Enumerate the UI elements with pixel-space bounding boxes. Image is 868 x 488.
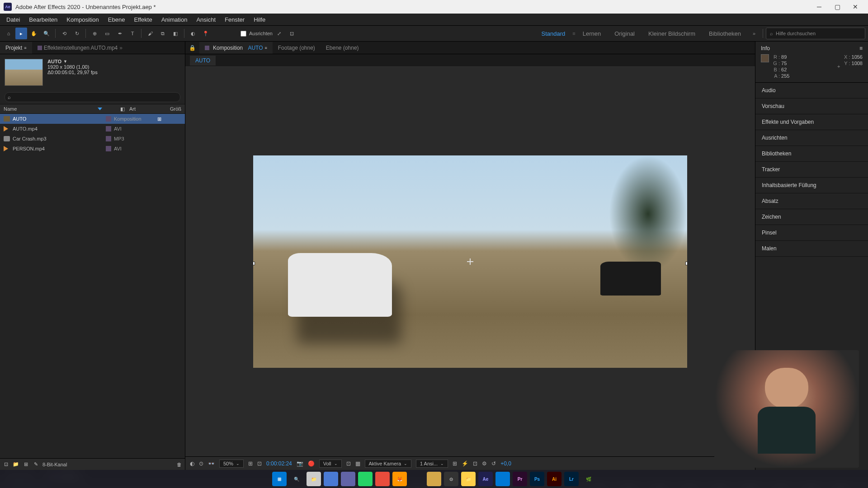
label-color[interactable] [106,126,111,131]
menu-fenster[interactable]: Fenster [220,14,249,25]
channel-icon[interactable]: 🔴 [308,460,315,467]
taskbar-start[interactable]: ⊞ [272,472,287,486]
panel-absatz[interactable]: Absatz [755,193,868,209]
col-label-icon[interactable]: ◧ [120,106,129,112]
tab-composition[interactable]: Komposition AUTO ≡ [199,42,273,54]
col-type[interactable]: Art [129,106,170,112]
panel-ausrichten[interactable]: Ausrichten [755,130,868,146]
alpha2-icon[interactable]: ⊙ [199,460,203,467]
taskbar-app[interactable] [375,472,390,486]
menu-ansicht[interactable]: Ansicht [192,14,220,25]
taskbar-premiere[interactable]: Pr [513,472,527,486]
project-item[interactable]: Car Crash.mp3 MP3 [0,134,185,144]
project-columns-header[interactable]: Name ◧ Art Größ [0,104,185,114]
maximize-button[interactable]: ▢ [828,0,846,14]
eraser-tool[interactable]: ◧ [170,28,181,39]
guides-icon[interactable]: ⊡ [257,460,262,467]
label-color[interactable] [106,146,111,151]
label-color[interactable] [106,116,111,122]
hand-tool[interactable]: ✋ [28,28,40,39]
comp-flowchart-icon[interactable]: ⊞ [157,116,161,122]
roi-icon[interactable]: ⊡ [346,460,351,467]
workspace-lernen[interactable]: Lernen [576,30,607,37]
taskbar-photoshop[interactable]: Ps [530,472,544,486]
panel-malen[interactable]: Malen [755,241,868,257]
viewer-timecode[interactable]: 0:00:02:24 [266,460,292,467]
panel-vorschau[interactable]: Vorschau [755,99,868,114]
snap-opt2[interactable]: ⊡ [286,28,298,39]
col-name[interactable]: Name [4,106,98,112]
timeline-icon[interactable]: ⊡ [473,460,477,467]
anchor-tool[interactable]: ⊕ [89,28,100,39]
camera-dropdown[interactable]: Aktive Kamera⌄ [365,460,412,468]
grid-icon[interactable]: ⊞ [248,460,253,467]
trash-icon[interactable]: 🗑 [176,461,182,468]
project-item[interactable]: AUTO.mp4 AVI [0,124,185,134]
roto-tool[interactable]: ◐ [187,28,199,39]
taskbar-vscode[interactable] [495,472,510,486]
project-item[interactable]: PERSON.mp4 AVI [0,144,185,154]
resolution-dropdown[interactable]: Voll⌄ [319,460,342,468]
home-tool[interactable]: ⌂ [3,28,14,39]
composition-viewer[interactable] [185,67,755,456]
panel-pinsel[interactable]: Pinsel [755,225,868,241]
panel-menu-icon[interactable]: ≡ [859,45,863,52]
tab-footage[interactable]: Footage (ohne) [273,42,321,54]
zoom-dropdown[interactable]: 50%⌄ [219,460,244,468]
taskbar-explorer[interactable]: 📁 [307,472,321,486]
taskbar-whatsapp[interactable] [358,472,373,486]
text-tool[interactable]: T [127,28,138,39]
taskbar-firefox[interactable]: 🦊 [392,472,407,486]
workspace-original[interactable]: Original [608,30,641,37]
workspace-kleiner[interactable]: Kleiner Bildschirm [642,30,702,37]
taskbar-after-effects[interactable]: Ae [478,472,493,486]
snapshot-icon[interactable]: 📷 [297,460,303,467]
taskbar-app[interactable]: 🌿 [581,472,596,486]
interpret-icon[interactable]: ⊡ [3,461,9,468]
label-color[interactable] [106,136,111,141]
flowchart-icon[interactable]: ⚙ [482,460,487,467]
tab-project[interactable]: Projekt ≡ [0,42,32,54]
project-item[interactable]: AUTO Komposition ⊞ [0,114,185,124]
views-dropdown[interactable]: 1 Ansi...⌄ [416,460,448,468]
orbit-tool[interactable]: ⟲ [58,28,70,39]
brush-tool[interactable]: 🖌 [144,28,156,39]
puppet-tool[interactable]: 📍 [200,28,212,39]
comp-breadcrumb[interactable]: AUTO [190,56,216,66]
menu-hilfe[interactable]: Hilfe [249,14,270,25]
rotate-tool[interactable]: ↻ [71,28,83,39]
snap-opt1[interactable]: ⤢ [274,28,285,39]
taskbar-search[interactable]: 🔍 [289,472,304,486]
minimize-button[interactable]: ─ [810,0,828,14]
taskbar-folder[interactable]: 📁 [461,472,476,486]
new-folder-icon[interactable]: 📁 [13,461,19,468]
pixel-aspect-icon[interactable]: ⊞ [453,460,457,467]
snap-checkbox[interactable] [241,31,246,37]
workspace-standard[interactable]: Standard [535,30,572,37]
menu-effekte[interactable]: Effekte [129,14,156,25]
project-search[interactable]: ⌕ [5,92,180,102]
menu-datei[interactable]: Datei [2,14,24,25]
close-button[interactable]: ✕ [846,0,864,14]
taskbar-obs[interactable]: ⊙ [444,472,458,486]
panel-tracker[interactable]: Tracker [755,162,868,178]
mask-icon[interactable]: 👓 [208,460,215,467]
taskbar-illustrator[interactable]: Ai [547,472,561,486]
taskbar-lightroom[interactable]: Lr [564,472,579,486]
comp-dropdown-icon[interactable]: ▼ [63,59,67,64]
taskbar-teams[interactable] [341,472,355,486]
menu-bearbeiten[interactable]: Bearbeiten [24,14,62,25]
tab-layer[interactable]: Ebene (ohne) [321,42,364,54]
panel-bibliotheken[interactable]: Bibliotheken [755,146,868,162]
clone-tool[interactable]: ⧉ [157,28,169,39]
menu-ebene[interactable]: Ebene [104,14,130,25]
reset-exposure-icon[interactable]: ↺ [491,460,496,467]
adjust-icon[interactable]: ✎ [33,461,39,468]
taskbar-app[interactable] [410,472,424,486]
alpha-icon[interactable]: ◐ [190,460,194,467]
selection-tool[interactable]: ▸ [15,28,27,39]
tab-lock-icon[interactable]: 🔒 [185,42,199,54]
comp-thumbnail[interactable] [5,59,43,86]
help-search[interactable]: ⌕ Hilfe durchsuchen [766,28,865,39]
new-comp-icon[interactable]: ⊞ [23,461,29,468]
